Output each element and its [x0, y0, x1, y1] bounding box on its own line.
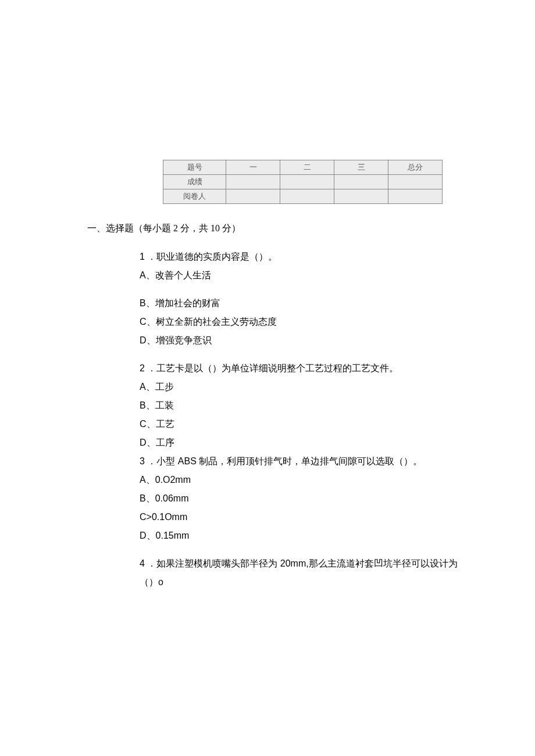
row-label: 阅卷人 — [163, 189, 226, 204]
cell — [280, 175, 334, 189]
cell — [280, 189, 334, 204]
cell — [226, 189, 280, 204]
score-table: 题号 一 二 三 总分 成绩 阅卷人 — [163, 160, 443, 204]
header-cell: 题号 — [163, 160, 226, 175]
option-a: A、改善个人生活 — [140, 266, 459, 285]
option-b: B、工装 — [140, 396, 459, 415]
section-title: 一、选择题（每小题 2 分，共 10 分） — [87, 223, 459, 235]
header-cell: 总分 — [388, 160, 443, 175]
option-b: B、0.06mm — [140, 489, 459, 508]
header-cell: 三 — [334, 160, 388, 175]
option-c: C、树立全新的社会主义劳动态度 — [140, 313, 459, 331]
row-label: 成绩 — [163, 175, 226, 189]
question-text: 4 ．如果注塑模机喷嘴头部半径为 20mm,那么主流道衬套凹坑半径可以设计为 — [140, 554, 459, 573]
option-a: A、工步 — [140, 378, 459, 396]
option-c: C>0.1Omm — [140, 508, 459, 526]
option-d: D、增强竞争意识 — [140, 331, 459, 350]
cell — [388, 175, 443, 189]
cell — [226, 175, 280, 189]
option-d: D、工序 — [140, 433, 459, 452]
cell — [334, 175, 388, 189]
option-d: D、0.15mm — [140, 526, 459, 545]
header-cell: 一 — [226, 160, 280, 175]
header-cell: 二 — [280, 160, 334, 175]
question-text: 3 ．小型 ABS 制品，利用顶针排气时，单边排气间隙可以选取（）。 — [140, 452, 459, 471]
option-c: C、工艺 — [140, 415, 459, 433]
question-text: 1 ．职业道德的实质内容是（）。 — [140, 248, 459, 266]
option-b: B、增加社会的财富 — [140, 294, 459, 313]
cell — [334, 189, 388, 204]
question-text: 2 ．工艺卡是以（）为单位详细说明整个工艺过程的工艺文件。 — [140, 359, 459, 378]
question-text-cont: （）o — [140, 573, 459, 592]
cell — [388, 189, 443, 204]
option-a: A、0.O2mm — [140, 471, 459, 489]
